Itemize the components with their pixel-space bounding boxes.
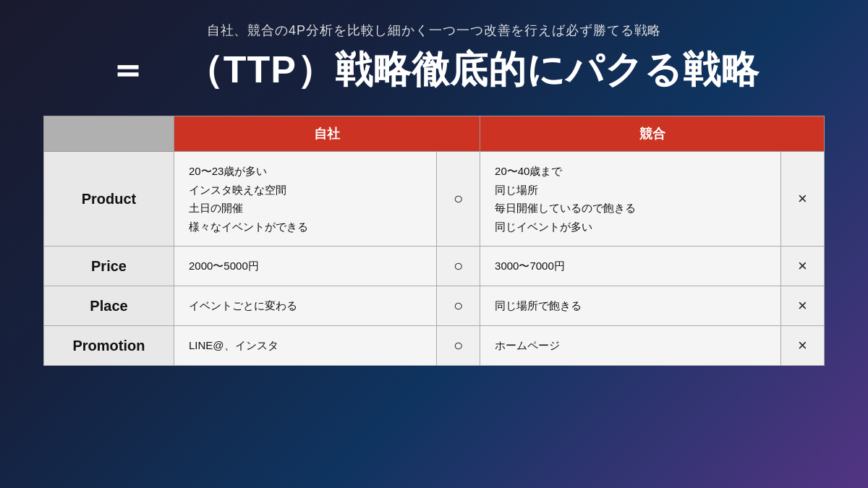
- table-row: Price 2000〜5000円 ○ 3000〜7000円 ×: [44, 247, 825, 286]
- jisha-symbol-2: ○: [437, 286, 480, 326]
- row-label-2: Place: [44, 286, 174, 326]
- row-label-0: Product: [44, 152, 174, 247]
- row-label-3: Promotion: [44, 326, 174, 366]
- header-jisha: 自社: [174, 116, 480, 152]
- jisha-symbol-1: ○: [437, 247, 480, 286]
- main-title: ＝ （TTP）戦略徹底的にパクる戦略: [109, 45, 760, 95]
- kyogou-content-2: 同じ場所で飽きる: [480, 286, 781, 326]
- jisha-content-3: LINE@、インスタ: [174, 326, 437, 366]
- jisha-symbol-3: ○: [437, 326, 480, 366]
- kyogou-symbol-1: ×: [781, 247, 825, 286]
- kyogou-content-0: 20〜40歳まで 同じ場所 毎日開催しているので飽きる 同じイベントが多い: [480, 152, 781, 247]
- kyogou-symbol-2: ×: [781, 286, 825, 326]
- kyogou-content-3: ホームページ: [480, 326, 781, 366]
- kyogou-symbol-0: ×: [781, 152, 825, 247]
- comparison-table: 自社 競合 Product 20〜23歳が多い インスタ映えな空間 土日の開催 …: [43, 116, 825, 366]
- kyogou-symbol-3: ×: [781, 326, 825, 366]
- kyogou-content-1: 3000〜7000円: [480, 247, 781, 286]
- jisha-content-0: 20〜23歳が多い インスタ映えな空間 土日の開催 様々なイベントができる: [174, 152, 437, 247]
- header-empty: [44, 116, 174, 152]
- jisha-content-1: 2000〜5000円: [174, 247, 437, 286]
- jisha-content-2: イベントごとに変わる: [174, 286, 437, 326]
- table-container: 自社 競合 Product 20〜23歳が多い インスタ映えな空間 土日の開催 …: [43, 116, 825, 366]
- table-row: Product 20〜23歳が多い インスタ映えな空間 土日の開催 様々なイベン…: [44, 152, 825, 247]
- jisha-symbol-0: ○: [437, 152, 480, 247]
- subtitle: 自社、競合の4P分析を比較し細かく一つ一つ改善を行えば必ず勝てる戦略: [207, 22, 662, 39]
- row-label-1: Price: [44, 247, 174, 286]
- table-row: Promotion LINE@、インスタ ○ ホームページ ×: [44, 326, 825, 366]
- table-row: Place イベントごとに変わる ○ 同じ場所で飽きる ×: [44, 286, 825, 326]
- header-kyogou: 競合: [480, 116, 825, 152]
